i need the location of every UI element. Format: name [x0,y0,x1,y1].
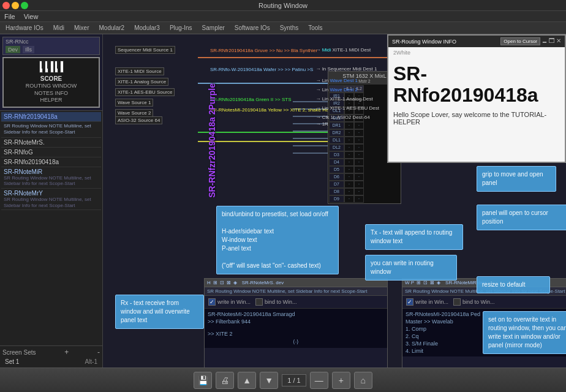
right-small-btn4[interactable]: ◈ [437,280,440,285]
nav-mixer[interactable]: Mixer [71,23,92,32]
left-small-expand[interactable]: H [207,280,211,285]
nav-software[interactable]: Software IOs [232,23,273,32]
source-wave1: Wave Source 1 [115,99,153,107]
sidebar-item-1[interactable]: SR Routing Window NOTE Multiline, set Si… [1,122,101,138]
nav-hardware[interactable]: Hardware IOs [2,23,47,32]
right-small-expand[interactable]: W P [405,280,414,285]
routing-info-box: SCORE ROUTING WINDOW NOTES INFO HELPER [2,57,100,108]
right-small-checkboxes: write in Win... bind to Win... [402,296,566,309]
screen-sets-add[interactable]: + [64,348,69,356]
window-title: Routing Window [258,2,308,9]
right-small-btn2[interactable]: ⊡ [423,280,428,285]
big-panel-name[interactable]: SR-RNfo20190418a [388,58,565,111]
down-icon: ▼ [265,375,273,385]
print-button[interactable]: 🖨 [216,372,234,389]
menu-view[interactable]: View [22,13,40,20]
sidebar-item-5[interactable]: SR-RNoteMiR SR Routing Window NOTE Multi… [1,167,101,189]
dest-seq-midi: → In Sequencer Midi Dest 1 [315,66,379,72]
left-small-full-title: SR Routing Window NOTE Multiline, set Si… [205,287,387,296]
bottom-toolbar: 💾 🖨 ▲ ▼ 1 / 1 — + ⌂ [0,368,566,392]
left-item-1[interactable]: >> Filterbank 944 [206,318,385,325]
screen-sets-remove[interactable]: - [97,348,100,356]
menu-bar: File View [0,11,566,22]
right-write-check[interactable] [406,298,413,306]
right-small-btn1[interactable]: ⊞ [417,280,421,285]
title-bar: Routing Window [0,0,566,11]
left-bind-check[interactable] [255,298,263,306]
screen-set-item[interactable]: Set 1 Alt-1 [2,358,100,366]
home-button[interactable]: ⌂ [354,372,372,389]
tooltip-resize: resize to default [477,276,550,293]
save-button[interactable]: 💾 [194,372,212,389]
screen-sets-panel: Screen Sets + - Set 1 Alt-1 [0,345,102,368]
dest-analog: → Lin XITE-1 Analog Dest [315,96,379,102]
nav-bar: Hardware IOs Midi Mixer Modular2 Modular… [0,22,566,34]
screen-sets-title: Screen Sets + - [2,348,100,356]
panel-minimize[interactable]: 🗕 [541,37,548,45]
nav-modular2[interactable]: Modular2 [96,23,127,32]
left-arrow-indicator: ⟨·⟩ [206,337,385,346]
nav-sampler[interactable]: Sampler [199,23,228,32]
big-panel-subtitle: Hello Scope Lover, say welcome to the TU… [388,111,565,129]
panel-close[interactable]: ✕ [556,37,561,45]
source-xite-midi: XITE-1 MIDI Source [115,67,164,75]
sidebar-items: SR-RNfr20190418a SR Routing Window NOTE … [0,111,102,345]
big-panel-title-bar: SR-Routing Window INFO Open to Cursor 🗕 … [388,36,565,47]
big-white-panel: SR-Routing Window INFO Open to Cursor 🗕 … [387,34,566,163]
page-total: 1 [297,377,301,384]
dev-tab[interactable]: Dev [6,46,20,53]
dest-1r: → 1R [315,121,379,127]
nav-tools[interactable]: Tools [305,23,325,32]
nav-plugins[interactable]: Plug-Ins [167,23,195,32]
window-controls[interactable] [2,2,28,9]
sidebar-item-6[interactable]: SR-RNoteMrY SR Routing Window NOTE Multi… [1,189,101,210]
left-item-0[interactable]: SR-RNotesMI-20190418a Smaragd [206,311,385,318]
sidebar-item-0[interactable]: SR-RNfr20190418a [1,112,101,122]
nav-modular3[interactable]: Modular3 [131,23,163,32]
left-small-btn1[interactable]: ⊞ [213,280,217,285]
dest-aes: → Lin XITE-1 AES-EBU Dest [315,105,379,111]
left-small-btn2[interactable]: ⊡ [220,280,224,285]
source-xite-aes: XITE-1 AES-EBU Source [115,88,175,96]
page-indicator: 1 / 1 [282,374,306,386]
big-panel-suffix-label: 2White [388,47,565,58]
source-xite-analog: XITE-1 Analog Source [115,78,168,86]
down-button[interactable]: ▼ [260,372,278,389]
left-write-checkbox[interactable]: write in Win... [207,297,252,307]
zoom-out-button[interactable]: — [310,372,328,389]
main-container: SR-RNcc Dev Ills [0,34,566,368]
zoom-in-button[interactable]: + [332,372,350,389]
nav-synths[interactable]: Synths [277,23,302,32]
sidebar-item-3[interactable]: SR-RNfoG [1,148,101,157]
right-small-btn3[interactable]: ⊠ [430,280,434,285]
right-write-checkbox[interactable]: write in Win... [405,297,450,307]
open-cursor-btn[interactable]: Open to Cursor [500,37,540,45]
left-item-2[interactable] [206,325,385,330]
right-bind-checkbox[interactable]: bind to Win... [452,297,496,307]
tooltip-tx: Tx - text will append to routing window … [365,224,463,250]
sidebar-item-4[interactable]: SR-RNfo20190418a [1,157,101,167]
up-button[interactable]: ▲ [238,372,256,389]
right-bind-check[interactable] [453,298,461,306]
nav-midi[interactable]: Midi [50,23,67,32]
sidebar-item-2[interactable]: SR-RNoteMrS. [1,138,101,148]
left-bind-checkbox[interactable]: bind to Win... [254,297,298,307]
piano-icon [6,61,96,73]
save-icon: 💾 [198,375,208,385]
tooltip-cursor: panel will open to cursor position [477,205,566,230]
tooltip-bindbind: bind/unbind to presetlist, set load on/o… [216,206,339,274]
purple-diagonal-text: SR-RNfzr20190418a 2Purple [207,83,217,198]
tooltip-rx: Rx - text receive from window and will o… [115,295,204,329]
left-item-3[interactable]: >> XITE 2 [206,330,385,337]
left-write-check[interactable] [208,298,216,306]
panel-maximize[interactable]: 🗖 [549,37,555,45]
left-small-btn4[interactable]: ◈ [233,280,237,285]
routing-sources: Sequencer Midi Source 1 Out XITE-1 MIDI … [115,47,143,122]
plus-icon: + [339,375,344,385]
left-small-checkboxes: write in Win... bind to Win... [205,296,387,309]
dest-midi-xite: → Midi XITE-1 MIDI Dest [315,47,379,53]
up-icon: ▲ [243,375,251,385]
menu-file[interactable]: File [2,13,17,20]
ills-tab[interactable]: Ills [23,46,34,53]
left-small-btn3[interactable]: ⊠ [227,280,231,285]
